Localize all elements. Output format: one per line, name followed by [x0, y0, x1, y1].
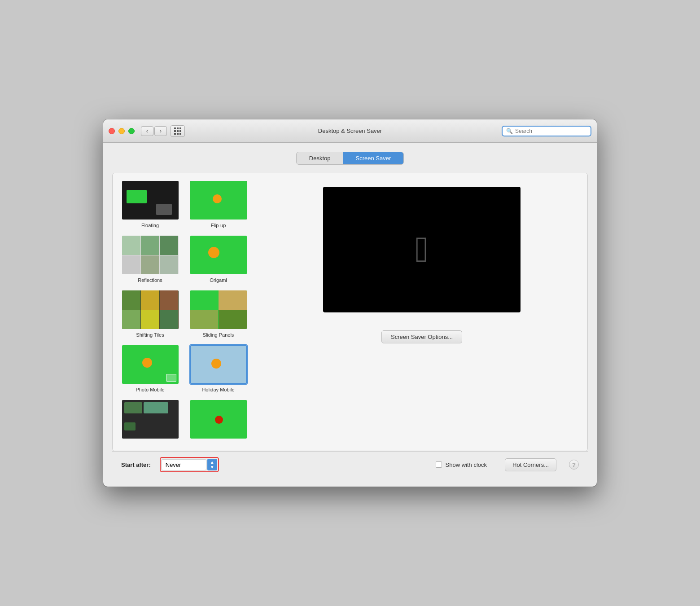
thumb-shifting-visual	[122, 290, 179, 329]
saver-label-photomobile: Photo Mobile	[136, 387, 164, 392]
saver-item-extra1[interactable]	[119, 399, 181, 442]
thumb-flipup-visual	[190, 181, 247, 220]
back-button[interactable]: ‹	[141, 126, 153, 136]
screensaver-list[interactable]: Floating Flip-up	[113, 173, 256, 451]
saver-label-flipup: Flip-up	[211, 223, 226, 228]
thumb-extra2-visual	[190, 400, 247, 439]
maximize-button[interactable]	[128, 128, 135, 134]
saver-item-extra2[interactable]	[188, 399, 249, 442]
help-button[interactable]: ?	[569, 460, 579, 470]
nav-buttons: ‹ ›	[141, 126, 167, 136]
start-after-select[interactable]: Never 1 Minute 2 Minutes 5 Minutes 10 Mi…	[162, 459, 206, 470]
grid-view-button[interactable]	[171, 125, 185, 137]
search-input[interactable]	[515, 128, 587, 134]
hot-corners-button[interactable]: Hot Corners...	[505, 458, 556, 471]
saver-thumb-sliding	[189, 290, 248, 330]
saver-thumb-photomobile	[121, 344, 179, 385]
saver-thumb-extra1	[121, 399, 179, 439]
thumb-holidaymobile-visual	[190, 345, 247, 384]
forward-button[interactable]: ›	[154, 126, 167, 136]
show-clock-label: Show with clock	[446, 461, 487, 468]
tab-group: Desktop Screen Saver	[296, 152, 404, 165]
minimize-button[interactable]	[118, 128, 125, 134]
saver-item-sliding[interactable]: Sliding Panels	[188, 290, 249, 338]
saver-item-photomobile[interactable]: Photo Mobile	[119, 344, 181, 392]
saver-label-sliding: Sliding Panels	[203, 332, 234, 338]
saver-item-origami[interactable]: Origami	[188, 235, 249, 283]
thumb-sliding-visual	[190, 290, 247, 329]
saver-thumb-origami	[189, 235, 248, 275]
thumb-origami-visual	[190, 236, 247, 274]
search-box[interactable]: 🔍	[502, 126, 591, 136]
grid-icon	[174, 127, 181, 135]
saver-label-holidaymobile: Holiday Mobile	[202, 387, 234, 392]
traffic-lights	[109, 128, 135, 134]
tab-screensaver[interactable]: Screen Saver	[343, 152, 403, 164]
preview-screen: 	[323, 187, 521, 312]
titlebar: ‹ › Desktop & Screen Saver 🔍	[103, 119, 597, 143]
saver-thumb-extra2	[189, 399, 248, 439]
saver-thumb-shifting	[121, 290, 179, 330]
saver-thumb-holidaymobile	[189, 344, 248, 385]
tab-desktop[interactable]: Desktop	[297, 152, 343, 164]
select-arrow-icon[interactable]: ▲ ▼	[207, 459, 217, 470]
main-window: ‹ › Desktop & Screen Saver 🔍 Desktop Scr…	[103, 119, 597, 487]
chevron-updown-icon: ▲ ▼	[210, 460, 214, 470]
search-icon: 🔍	[506, 128, 513, 134]
close-button[interactable]	[109, 128, 115, 134]
saver-item-shifting[interactable]: Shifting Tiles	[119, 290, 181, 338]
thumb-reflections-visual	[122, 236, 179, 274]
thumb-extra1-visual	[122, 400, 179, 439]
saver-label-floating: Floating	[141, 223, 159, 228]
main-panel: Floating Flip-up	[112, 173, 588, 451]
thumb-floating-visual	[122, 181, 179, 220]
screen-saver-options-button[interactable]: Screen Saver Options...	[381, 330, 462, 343]
window-title: Desktop & Screen Saver	[318, 127, 382, 134]
saver-item-reflections[interactable]: Reflections	[119, 235, 181, 283]
saver-thumb-flipup	[189, 180, 248, 220]
apple-logo-icon: 	[415, 232, 428, 268]
saver-thumb-reflections	[121, 235, 179, 275]
start-after-label: Start after:	[121, 461, 151, 468]
preview-panel:  Screen Saver Options...	[256, 173, 587, 451]
show-clock-checkbox[interactable]	[436, 461, 442, 468]
saver-label-shifting: Shifting Tiles	[136, 332, 164, 338]
tab-switcher: Desktop Screen Saver	[112, 152, 588, 165]
show-clock-area: Show with clock	[436, 461, 487, 468]
screensaver-grid: Floating Flip-up	[119, 180, 249, 442]
bottom-bar: Start after: Never 1 Minute 2 Minutes 5 …	[112, 451, 588, 478]
content-area: Desktop Screen Saver Floating	[103, 143, 597, 487]
saver-item-holidaymobile[interactable]: Holiday Mobile	[188, 344, 249, 392]
saver-item-flipup[interactable]: Flip-up	[188, 180, 249, 228]
saver-item-floating[interactable]: Floating	[119, 180, 181, 228]
saver-label-origami: Origami	[210, 277, 227, 283]
start-after-select-wrapper[interactable]: Never 1 Minute 2 Minutes 5 Minutes 10 Mi…	[160, 457, 219, 472]
thumb-photomobile-visual	[122, 345, 179, 384]
saver-thumb-floating	[121, 180, 179, 220]
saver-label-reflections: Reflections	[138, 277, 162, 283]
